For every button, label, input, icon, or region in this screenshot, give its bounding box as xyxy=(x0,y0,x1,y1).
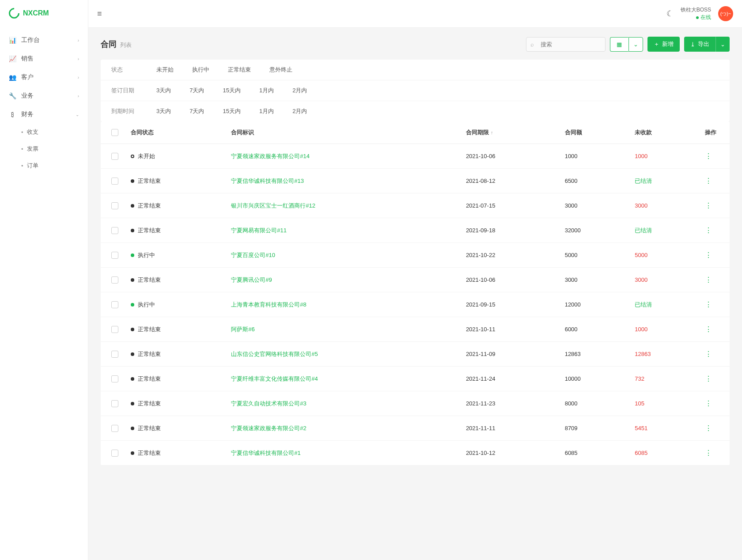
brand-logo[interactable]: NXCRM xyxy=(0,0,88,26)
row-checkbox[interactable] xyxy=(111,153,118,160)
row-actions-button[interactable]: ⋮ xyxy=(705,325,712,333)
row-checkbox[interactable] xyxy=(111,375,118,382)
row-checkbox[interactable] xyxy=(111,301,118,308)
contract-link[interactable]: 宁夏信华诚科技有限公司#1 xyxy=(231,450,300,456)
contract-link[interactable]: 宁夏宏久自动技术有限公司#3 xyxy=(231,400,306,407)
sidebar-item-3[interactable]: 🔧业务› xyxy=(0,87,88,105)
filter-option-expire-3[interactable]: 1月内 xyxy=(259,107,274,115)
row-checkbox[interactable] xyxy=(111,326,118,333)
filter-option-status-1[interactable]: 执行中 xyxy=(192,66,209,74)
export-dropdown-button[interactable]: ⌄ xyxy=(716,37,730,52)
filter-option-sign_date-3[interactable]: 1月内 xyxy=(259,87,274,95)
contract-link[interactable]: 宁夏纤维丰富文化传媒有限公司#4 xyxy=(231,375,318,382)
contract-link[interactable]: 宁夏网易有限公司#11 xyxy=(231,227,287,234)
filter-option-expire-0[interactable]: 3天内 xyxy=(156,107,171,115)
contract-link[interactable]: 宁夏百度公司#10 xyxy=(231,252,275,258)
filter-label: 状态 xyxy=(111,66,138,74)
row-actions-button[interactable]: ⋮ xyxy=(705,400,712,407)
th-identifier[interactable]: 合同标识 xyxy=(225,121,460,144)
export-button-label: 导出 xyxy=(698,40,709,48)
status-dot-icon xyxy=(131,254,134,257)
filter-option-status-2[interactable]: 正常结束 xyxy=(228,66,251,74)
row-checkbox[interactable] xyxy=(111,252,118,259)
filter-label: 签订日期 xyxy=(111,87,138,95)
select-all-checkbox[interactable] xyxy=(111,129,118,136)
contract-link[interactable]: 山东信公史官网络科技有限公司#5 xyxy=(231,351,318,357)
row-actions-button[interactable]: ⋮ xyxy=(705,301,712,308)
table-row: 正常结束 宁夏信华诚科技有限公司#1 2021-10-12 6085 6085 … xyxy=(101,441,730,465)
row-checkbox[interactable] xyxy=(111,351,118,358)
unpaid-cell: 已结清 xyxy=(635,178,652,184)
view-dropdown-button[interactable]: ⌄ xyxy=(628,37,643,52)
contract-link[interactable]: 宁夏领速家政服务有限公司#2 xyxy=(231,425,306,431)
th-status[interactable]: 合同状态 xyxy=(125,121,225,144)
filter-option-sign_date-0[interactable]: 3天内 xyxy=(156,87,171,95)
row-actions-button[interactable]: ⋮ xyxy=(705,152,712,160)
contract-link[interactable]: 银川市兴庆区宝士一红酒商行#12 xyxy=(231,202,315,209)
sub-nav-item-0[interactable]: 收支 xyxy=(21,124,88,140)
topbar: ≡ ☾ 铁柱大BOSS 在线 (つ)~ xyxy=(88,0,742,28)
avatar[interactable]: (つ)~ xyxy=(718,6,733,21)
status-dot-icon xyxy=(131,229,134,232)
sidebar-item-2[interactable]: 👥客户› xyxy=(0,68,88,87)
page-header: 合同 列表 ⌕ ▦ ⌄ ＋ 新增 xyxy=(101,37,730,52)
filter-option-expire-1[interactable]: 7天内 xyxy=(189,107,204,115)
row-actions-button[interactable]: ⋮ xyxy=(705,276,712,284)
filter-option-expire-2[interactable]: 15天内 xyxy=(223,107,240,115)
row-checkbox[interactable] xyxy=(111,178,118,185)
row-checkbox[interactable] xyxy=(111,276,118,284)
filter-row-sign_date: 签订日期3天内7天内15天内1月内2月内 xyxy=(101,80,730,101)
contract-link[interactable]: 宁夏腾讯公司#9 xyxy=(231,276,272,283)
filter-option-sign_date-1[interactable]: 7天内 xyxy=(189,87,204,95)
filter-option-sign_date-2[interactable]: 15天内 xyxy=(223,87,240,95)
view-grid-button[interactable]: ▦ xyxy=(610,37,628,52)
row-actions-button[interactable]: ⋮ xyxy=(705,449,712,457)
row-checkbox[interactable] xyxy=(111,202,118,209)
row-actions-button[interactable]: ⋮ xyxy=(705,177,712,185)
user-info[interactable]: 铁柱大BOSS 在线 xyxy=(681,6,711,21)
hamburger-icon[interactable]: ≡ xyxy=(97,9,102,19)
sub-nav-item-1[interactable]: 发票 xyxy=(21,140,88,157)
filter-option-status-3[interactable]: 意外终止 xyxy=(269,66,292,74)
search-input[interactable] xyxy=(526,37,606,52)
row-actions-button[interactable]: ⋮ xyxy=(705,251,712,259)
sidebar-item-4[interactable]: ₿财务⌄ xyxy=(0,105,88,124)
status-text: 执行中 xyxy=(138,251,155,259)
row-actions-button[interactable]: ⋮ xyxy=(705,375,712,382)
theme-toggle-icon[interactable]: ☾ xyxy=(666,9,674,19)
unpaid-cell: 3000 xyxy=(635,276,647,283)
sidebar-item-0[interactable]: 📊工作台› xyxy=(0,31,88,49)
amount-cell: 32000 xyxy=(559,218,629,243)
status-cell: 执行中 xyxy=(131,301,219,309)
contract-link[interactable]: 阿萨斯#6 xyxy=(231,326,254,333)
row-checkbox[interactable] xyxy=(111,227,118,234)
filter-option-expire-4[interactable]: 2月内 xyxy=(292,107,307,115)
filter-option-sign_date-4[interactable]: 2月内 xyxy=(292,87,307,95)
th-deadline[interactable]: 合同期限↑ xyxy=(460,121,559,144)
add-button[interactable]: ＋ 新增 xyxy=(647,37,680,52)
contract-link[interactable]: 上海青本教育科技有限公司#8 xyxy=(231,301,306,308)
row-actions-button[interactable]: ⋮ xyxy=(705,227,712,234)
deadline-cell: 2021-10-06 xyxy=(460,144,559,169)
sub-nav-item-2[interactable]: 订单 xyxy=(21,157,88,174)
row-actions-button[interactable]: ⋮ xyxy=(705,202,712,209)
deadline-cell: 2021-10-06 xyxy=(460,268,559,292)
sidebar: NXCRM 📊工作台›📈销售›👥客户›🔧业务›₿财务⌄收支发票订单 xyxy=(0,0,88,560)
th-amount[interactable]: 合同额 xyxy=(559,121,629,144)
status-text: 执行中 xyxy=(138,301,155,309)
table-row: 正常结束 宁夏宏久自动技术有限公司#3 2021-11-23 8000 105 … xyxy=(101,391,730,416)
sidebar-item-1[interactable]: 📈销售› xyxy=(0,49,88,68)
th-action: 操作 xyxy=(699,121,730,144)
row-checkbox[interactable] xyxy=(111,400,118,407)
row-actions-button[interactable]: ⋮ xyxy=(705,424,712,432)
contract-link[interactable]: 宁夏领速家政服务有限公司#14 xyxy=(231,153,310,159)
filter-option-status-0[interactable]: 未开始 xyxy=(156,66,174,74)
contract-link[interactable]: 宁夏信华诚科技有限公司#13 xyxy=(231,178,304,184)
export-button[interactable]: ⤓ 导出 xyxy=(684,37,716,52)
th-unpaid[interactable]: 未收款 xyxy=(628,121,699,144)
table-container: 合同状态 合同标识 合同期限↑ 合同额 未收款 操作 未开始 宁夏领速家政服务有… xyxy=(101,121,730,465)
row-actions-button[interactable]: ⋮ xyxy=(705,350,712,358)
row-checkbox[interactable] xyxy=(111,425,118,432)
unpaid-cell: 1000 xyxy=(635,153,647,159)
row-checkbox[interactable] xyxy=(111,450,118,457)
